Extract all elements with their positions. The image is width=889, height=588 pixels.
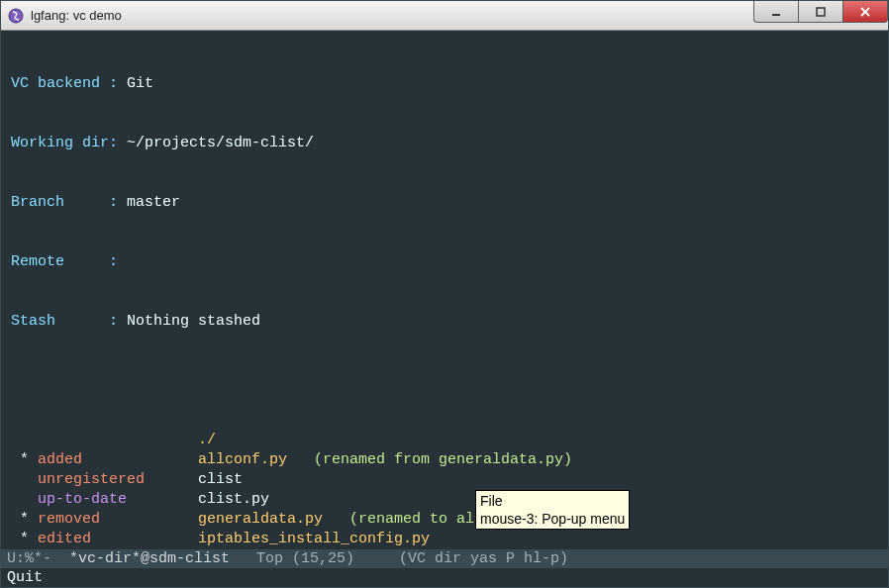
file-row[interactable]: * removedgeneraldata.py (renamed to allc… [11,510,878,530]
emacs-icon [7,7,25,25]
header-remote: Remote : [11,252,878,272]
status: removed [38,510,198,530]
filename[interactable]: allconf.py [198,450,287,470]
filename[interactable]: generaldata.py [198,510,323,530]
file-row[interactable]: ./ [11,431,878,450]
status: added [38,450,198,470]
minimize-button[interactable] [753,1,799,23]
filename[interactable]: iptables_install_config.py [198,530,430,549]
maximize-button[interactable] [798,1,843,23]
modes: (VC dir yas P hl-p) [399,550,568,567]
titlebar[interactable]: lgfang: vc demo [1,1,888,31]
file-row[interactable]: unregisteredclist [11,470,878,490]
file-row[interactable]: up-to-dateclist.py [11,490,878,510]
emacs-window: lgfang: vc demo VC backend : Git Working… [0,0,889,588]
status [38,431,198,450]
filename[interactable]: clist [198,470,243,490]
svg-rect-2 [817,8,825,16]
buffer-name: *vc-dir*@sdm-clist [69,550,230,567]
window-title: lgfang: vc demo [31,8,122,23]
header-stash: Stash : Nothing stashed [11,312,878,332]
close-button[interactable] [842,1,888,23]
header-workdir: Working dir: ~/projects/sdm-clist/ [11,134,878,153]
file-row[interactable]: * addedallconf.py (renamed from generald… [11,450,878,470]
status: edited [38,530,198,549]
tooltip: File mouse-3: Pop-up menu [475,490,630,530]
editor-area[interactable]: VC backend : Git Working dir: ~/projects… [1,31,888,549]
status: unregistered [38,470,198,490]
mark: * [11,450,38,470]
mark: * [11,510,38,530]
modeline[interactable]: U:%*- *vc-dir*@sdm-clist Top (15,25) (VC… [1,549,888,568]
mark [11,490,38,510]
filename[interactable]: ./ [198,431,216,450]
mark [11,431,38,450]
blank-line [11,371,878,391]
window-controls [754,1,888,23]
filename[interactable]: clist.py [198,490,269,510]
annotation: (renamed from generaldata.py) [287,450,572,470]
file-list: ./ * addedallconf.py (renamed from gener… [11,431,878,549]
mark: * [11,530,38,549]
minibuffer[interactable]: Quit [1,568,888,587]
header-branch: Branch : master [11,193,878,213]
status: up-to-date [38,490,198,510]
mark [11,470,38,490]
header-backend: VC backend : Git [11,74,878,94]
file-row[interactable]: * editediptables_install_config.py [11,530,878,549]
